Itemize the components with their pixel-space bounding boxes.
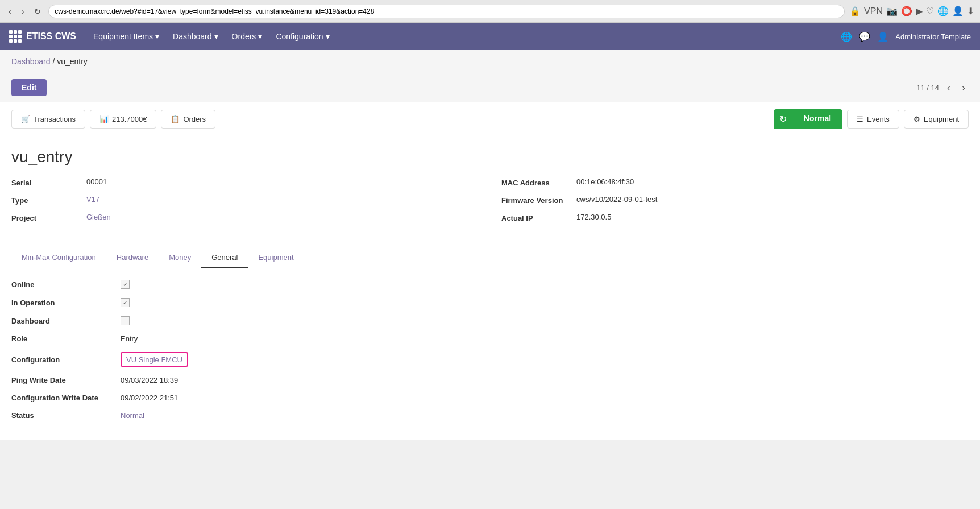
amount-button[interactable]: 📊 213.7000€ (90, 110, 156, 129)
tab-general[interactable]: General (201, 247, 248, 268)
app-navbar: ETISS CWS Equipment Items ▾ Dashboard ▾ … (0, 23, 980, 50)
extension-icon9: ⬇ (967, 6, 974, 16)
pagination-text: 11 / 14 (916, 84, 939, 92)
breadcrumb-separator: / (52, 57, 57, 66)
ip-label: Actual IP (501, 213, 570, 222)
tab-equipment[interactable]: Equipment (248, 247, 304, 268)
dashboard-label: Dashboard (11, 317, 114, 325)
chart-icon: 📊 (99, 115, 109, 123)
browser-bar: ‹ › ↻ 🔒 VPN 📷 ⭕ ▶ ♡ 🌐 👤 ⬇ (0, 0, 980, 23)
user-icon: 👤 (877, 31, 888, 42)
nav-orders[interactable]: Orders ▾ (226, 28, 268, 44)
form-title: vu_entry (0, 136, 980, 172)
type-label: Type (11, 195, 80, 205)
chat-icon: 💬 (859, 31, 870, 42)
fields-right: MAC Address 00:1e:06:48:4f:30 Firmware V… (501, 177, 969, 230)
status-value[interactable]: Normal (121, 411, 144, 420)
online-checkbox[interactable] (121, 280, 130, 289)
chevron-down-icon: ▾ (326, 32, 330, 41)
refresh-button[interactable]: ↻ (774, 109, 792, 129)
help-icon: 🌐 (841, 31, 852, 42)
events-button[interactable]: ☰ Events (847, 110, 899, 129)
app-logo: ETISS CWS (9, 30, 76, 43)
field-in-operation: In Operation (11, 298, 969, 307)
transactions-button[interactable]: 🛒 Transactions (11, 110, 85, 129)
nav-menu: Equipment Items ▾ Dashboard ▾ Orders ▾ C… (88, 28, 335, 44)
extension-icon2: VPN (864, 6, 883, 16)
normal-group: ↻ Normal (774, 109, 842, 129)
role-label: Role (11, 334, 114, 343)
normal-label: Normal (792, 109, 842, 129)
edit-button[interactable]: Edit (11, 79, 47, 96)
config-write-date-label: Configuration Write Date (11, 394, 114, 402)
tabs-bar: Min-Max Configuration Hardware Money Gen… (0, 247, 980, 268)
project-value[interactable]: Gießen (86, 213, 111, 221)
configuration-label: Configuration (11, 355, 114, 364)
field-config-write-date: Configuration Write Date 09/02/2022 21:5… (11, 394, 969, 402)
config-write-date-value: 09/02/2022 21:51 (121, 394, 178, 402)
main-content: 🛒 Transactions 📊 213.7000€ 📋 Orders ↻ No… (0, 102, 980, 440)
equipment-button[interactable]: ⚙ Equipment (904, 110, 969, 129)
reload-btn[interactable]: ↻ (31, 6, 44, 17)
firmware-value: cws/v10/2022-09-01-test (576, 195, 657, 204)
breadcrumb-parent[interactable]: Dashboard (11, 57, 51, 66)
orders-button[interactable]: 📋 Orders (161, 110, 215, 129)
browser-icons: 🔒 VPN 📷 ⭕ ▶ ♡ 🌐 👤 ⬇ (849, 6, 974, 16)
field-firmware: Firmware Version cws/v10/2022-09-01-test (501, 195, 969, 205)
firmware-label: Firmware Version (501, 195, 570, 205)
in-operation-label: In Operation (11, 299, 114, 307)
online-label: Online (11, 280, 114, 289)
fields-left: Serial 00001 Type V17 Project Gießen (11, 177, 479, 230)
status-label: Status (11, 411, 114, 420)
chevron-down-icon: ▾ (155, 32, 159, 41)
ip-value: 172.30.0.5 (576, 213, 611, 221)
tab-money[interactable]: Money (159, 247, 201, 268)
next-page-button[interactable]: › (958, 81, 969, 95)
field-configuration: Configuration VU Single FMCU (11, 352, 969, 367)
serial-label: Serial (11, 177, 80, 187)
refresh-icon: ↻ (779, 114, 787, 124)
in-operation-checkbox[interactable] (121, 298, 130, 307)
forward-btn[interactable]: › (19, 6, 27, 17)
nav-configuration[interactable]: Configuration ▾ (270, 28, 335, 44)
extension-icon5: ▶ (916, 6, 923, 16)
type-value[interactable]: V17 (86, 195, 99, 204)
field-dashboard: Dashboard (11, 316, 969, 325)
field-project: Project Gießen (11, 213, 479, 222)
url-bar[interactable] (48, 5, 845, 18)
events-icon: ☰ (857, 115, 863, 123)
field-mac: MAC Address 00:1e:06:48:4f:30 (501, 177, 969, 187)
extension-icon7: 🌐 (937, 6, 949, 16)
equipment-label: Equipment (924, 115, 959, 123)
breadcrumb: Dashboard / vu_entry (0, 50, 980, 73)
field-ip: Actual IP 172.30.0.5 (501, 213, 969, 222)
tab-min-max[interactable]: Min-Max Configuration (11, 247, 106, 268)
events-label: Events (867, 115, 890, 123)
dashboard-checkbox[interactable] (121, 316, 130, 325)
breadcrumb-current: vu_entry (57, 57, 88, 66)
prev-page-button[interactable]: ‹ (944, 81, 954, 95)
action-bar: Edit 11 / 14 ‹ › (0, 73, 980, 102)
role-value: Entry (121, 334, 138, 343)
amount-label: 213.7000€ (112, 115, 147, 123)
configuration-value[interactable]: VU Single FMCU (121, 352, 188, 367)
serial-value: 00001 (86, 177, 107, 186)
nav-equipment-items[interactable]: Equipment Items ▾ (88, 28, 165, 44)
extension-icon1: 🔒 (849, 6, 861, 16)
chevron-down-icon: ▾ (258, 32, 262, 41)
mac-label: MAC Address (501, 177, 570, 187)
nav-dashboard[interactable]: Dashboard ▾ (167, 28, 224, 44)
extension-icon6: ♡ (926, 6, 934, 16)
nav-right: 🌐 💬 👤 Administrator Template (841, 31, 971, 42)
nav-user-label: Administrator Template (895, 32, 971, 41)
app-logo-text: ETISS CWS (26, 31, 76, 42)
configuration-link[interactable]: VU Single FMCU (126, 355, 182, 364)
transactions-label: Transactions (34, 115, 76, 123)
grid-icon (9, 30, 22, 43)
field-serial: Serial 00001 (11, 177, 479, 187)
field-type: Type V17 (11, 195, 479, 205)
back-btn[interactable]: ‹ (6, 6, 14, 17)
extension-icon8: 👤 (952, 6, 964, 16)
field-ping-write-date: Ping Write Date 09/03/2022 18:39 (11, 376, 969, 384)
tab-hardware[interactable]: Hardware (106, 247, 159, 268)
